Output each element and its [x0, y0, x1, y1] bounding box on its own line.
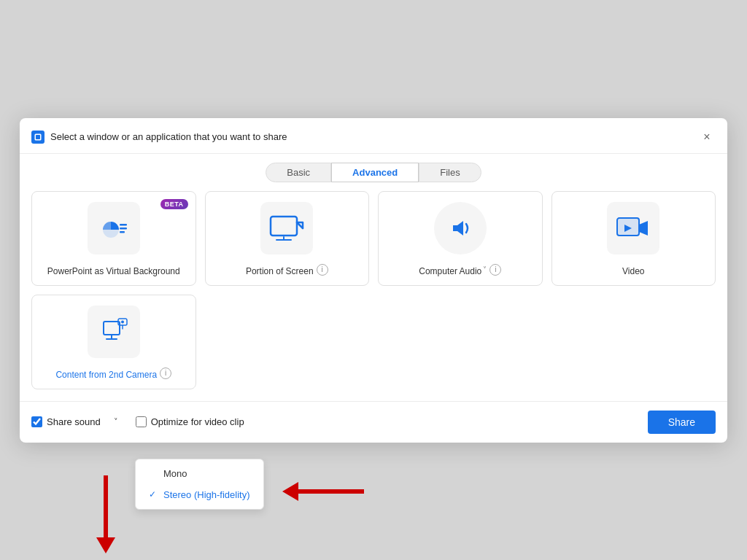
- arrow-head-down: [96, 537, 115, 553]
- arrow-line-horizontal: [298, 489, 364, 494]
- dialog-header: Select a window or an application that y…: [20, 118, 727, 154]
- audio-icon-wrap: [434, 202, 487, 254]
- camera-info-icon[interactable]: i: [160, 368, 171, 379]
- dialog-title: Select a window or an application that y…: [50, 131, 692, 142]
- card-video-label: Video: [622, 266, 644, 276]
- dialog-footer: Share sound ˅ Optimize for video clip Sh…: [20, 401, 727, 443]
- card-computer-audio[interactable]: Computer Audio ˅ i: [378, 191, 543, 286]
- card-powerpoint[interactable]: BETA PowerPoint as Virtual Background: [31, 191, 196, 286]
- portion-icon-wrap: [260, 202, 313, 254]
- share-sound-checkbox-label[interactable]: Share sound: [31, 416, 101, 427]
- share-sound-checkbox[interactable]: [31, 416, 42, 427]
- arrow-head-left: [282, 482, 298, 501]
- tab-advanced[interactable]: Advanced: [331, 163, 419, 182]
- mono-label: Mono: [163, 468, 187, 479]
- camera-label-row: Content from 2nd Camera i: [55, 367, 171, 380]
- portion-info-icon[interactable]: i: [317, 264, 328, 276]
- camera-icon-wrap: [88, 306, 140, 358]
- svg-rect-5: [120, 231, 125, 233]
- dropdown-stereo[interactable]: ✓ Stereo (High-fidelity): [136, 484, 263, 505]
- stereo-label: Stereo (High-fidelity): [163, 489, 250, 500]
- zoom-icon: [31, 131, 44, 144]
- arrow-down-annotation: [96, 475, 115, 553]
- svg-rect-12: [104, 322, 120, 335]
- arrow-right-annotation: [282, 482, 364, 501]
- card-camera-label: Content from 2nd Camera: [55, 370, 157, 380]
- beta-badge: BETA: [160, 199, 188, 209]
- svg-point-17: [121, 320, 124, 323]
- optimize-checkbox[interactable]: [136, 416, 147, 427]
- share-button[interactable]: Share: [648, 411, 716, 434]
- cards-row1: BETA PowerPoint as Virtual Background: [20, 191, 727, 295]
- optimize-label: Optimize for video clip: [151, 416, 244, 427]
- tab-files[interactable]: Files: [419, 163, 481, 182]
- svg-rect-6: [271, 217, 297, 236]
- card-portion-label: Portion of Screen: [246, 266, 314, 276]
- card-powerpoint-label: PowerPoint as Virtual Background: [47, 266, 180, 276]
- svg-rect-3: [120, 224, 127, 226]
- powerpoint-icon-wrap: [88, 202, 140, 254]
- audio-chevron[interactable]: ˅: [483, 265, 487, 273]
- mono-checkmark: [149, 468, 159, 478]
- portion-label-row: Portion of Screen i: [246, 263, 328, 276]
- tab-bar: Basic Advanced Files: [20, 154, 727, 191]
- card-video[interactable]: Video: [551, 191, 716, 286]
- optimize-checkbox-label[interactable]: Optimize for video clip: [136, 416, 244, 427]
- dropdown-mono[interactable]: Mono: [136, 463, 263, 484]
- card-portion-of-screen[interactable]: Portion of Screen i: [205, 191, 370, 286]
- share-sound-chevron[interactable]: ˅: [114, 417, 118, 427]
- svg-rect-4: [120, 228, 127, 230]
- audio-dropdown-menu: Mono ✓ Stereo (High-fidelity): [135, 459, 264, 510]
- share-dialog: Select a window or an application that y…: [20, 118, 727, 443]
- video-icon-wrap: [607, 202, 659, 254]
- svg-rect-1: [36, 135, 40, 139]
- audio-label-row: Computer Audio ˅ i: [419, 263, 501, 276]
- tab-basic[interactable]: Basic: [266, 163, 331, 182]
- audio-info-icon[interactable]: i: [489, 264, 501, 276]
- card-audio-label: Computer Audio: [419, 266, 481, 276]
- card-2nd-camera[interactable]: Content from 2nd Camera i: [31, 295, 196, 389]
- arrow-line-vertical: [104, 475, 108, 537]
- close-button[interactable]: ×: [698, 128, 716, 146]
- share-sound-label: Share sound: [47, 416, 101, 427]
- stereo-checkmark: ✓: [149, 489, 159, 499]
- cards-row2: Content from 2nd Camera i: [20, 295, 727, 401]
